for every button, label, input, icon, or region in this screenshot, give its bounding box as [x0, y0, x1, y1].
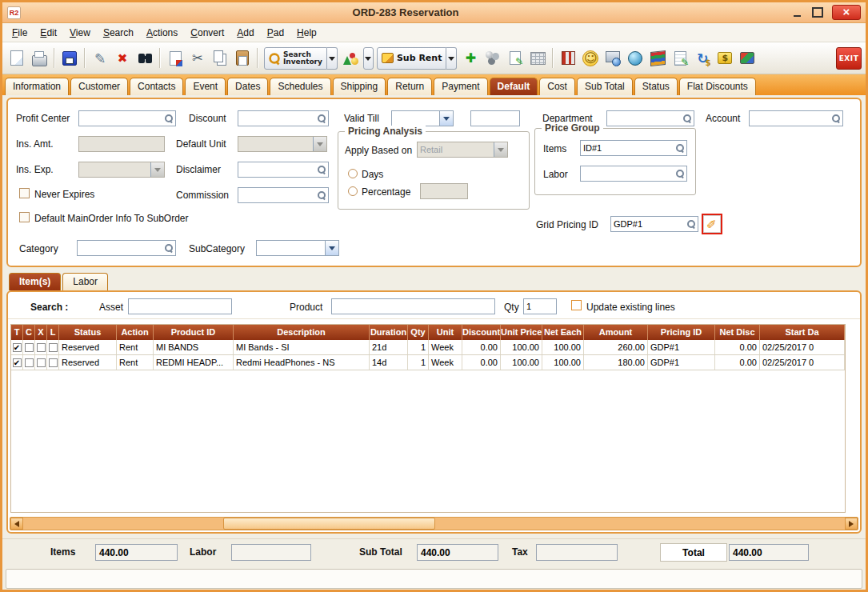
- note-edit-icon[interactable]: [505, 48, 526, 69]
- minimize-button[interactable]: [790, 6, 803, 19]
- grid-pricing-search-icon[interactable]: [685, 217, 698, 231]
- update-existing-lines-checkbox[interactable]: [571, 300, 582, 310]
- row-checkbox-t[interactable]: ✔: [11, 340, 23, 354]
- category-input[interactable]: [78, 241, 162, 255]
- column-header-action[interactable]: Action: [117, 325, 154, 340]
- tab-sub-total[interactable]: Sub Total: [577, 78, 633, 95]
- discount-input[interactable]: [238, 111, 315, 126]
- tab-event[interactable]: Event: [185, 78, 226, 95]
- tab-cost[interactable]: Cost: [539, 78, 575, 95]
- price-group-labor-search-icon[interactable]: [674, 166, 686, 181]
- row-checkbox-l[interactable]: [47, 340, 59, 354]
- horizontal-scrollbar[interactable]: [10, 517, 858, 530]
- scroll-track[interactable]: [23, 518, 845, 530]
- print-icon[interactable]: [29, 48, 50, 69]
- tab-dates[interactable]: Dates: [227, 78, 268, 95]
- valid-till-dropdown-icon[interactable]: [439, 111, 453, 126]
- shapes-dropdown-icon[interactable]: [363, 47, 374, 70]
- spheres-icon[interactable]: [482, 48, 503, 69]
- price-group-items-input[interactable]: [581, 141, 674, 155]
- valid-till-combo[interactable]: [391, 110, 454, 126]
- schedule-icon[interactable]: [602, 48, 623, 69]
- scroll-thumb[interactable]: [223, 518, 435, 530]
- form-edit-icon[interactable]: [670, 48, 690, 69]
- qty-input[interactable]: [523, 298, 557, 314]
- menu-actions[interactable]: Actions: [140, 25, 184, 41]
- binoculars-icon[interactable]: [134, 48, 155, 69]
- tab-status[interactable]: Status: [634, 78, 678, 95]
- money-icon[interactable]: [714, 48, 735, 69]
- row-checkbox-c[interactable]: [23, 355, 35, 370]
- column-header-unit[interactable]: Unit: [429, 325, 462, 340]
- tab-payment[interactable]: Payment: [434, 78, 487, 95]
- category-search-icon[interactable]: [162, 241, 175, 255]
- discount-search-icon[interactable]: [315, 111, 328, 126]
- search-inventory-button[interactable]: Search Inventory: [264, 47, 327, 70]
- books-icon[interactable]: [647, 48, 668, 69]
- percentage-radio[interactable]: [348, 186, 358, 196]
- exit-button[interactable]: EXIT: [836, 47, 862, 70]
- column-header-net-disc[interactable]: Net Disc: [715, 325, 760, 340]
- sub-rent-button[interactable]: Sub Rent: [377, 47, 446, 70]
- new-icon[interactable]: [6, 48, 27, 69]
- menu-search[interactable]: Search: [97, 25, 140, 41]
- tab-contacts[interactable]: Contacts: [130, 78, 183, 95]
- column-header-x[interactable]: X: [35, 325, 47, 340]
- column-header-status[interactable]: Status: [59, 325, 117, 340]
- grid-pricing-input[interactable]: [611, 217, 685, 231]
- row-checkbox-x[interactable]: [35, 340, 47, 354]
- tab-shipping[interactable]: Shipping: [333, 78, 386, 95]
- column-header-start-date[interactable]: Start Da: [760, 325, 845, 340]
- product-input[interactable]: [331, 298, 495, 314]
- scroll-left-arrow-icon[interactable]: [10, 518, 23, 530]
- tab-schedules[interactable]: Schedules: [270, 78, 330, 95]
- report-icon[interactable]: [558, 48, 578, 69]
- department-input[interactable]: [607, 111, 681, 126]
- scroll-right-arrow-icon[interactable]: [845, 518, 858, 530]
- delete-icon[interactable]: [112, 48, 133, 69]
- title-bar[interactable]: R2 ORD-283 Reservation: [2, 2, 866, 23]
- grid-pricing-edit-icon[interactable]: ✎: [703, 215, 721, 233]
- globe-icon[interactable]: [625, 48, 646, 69]
- column-header-qty[interactable]: Qty: [408, 325, 429, 340]
- valid-till-date-input[interactable]: [471, 111, 519, 126]
- copy-icon[interactable]: [210, 48, 230, 69]
- row-checkbox-l[interactable]: [47, 355, 59, 370]
- column-header-pricing-id[interactable]: Pricing ID: [648, 325, 715, 340]
- grid-icon[interactable]: [527, 48, 548, 69]
- smiley-icon[interactable]: [580, 48, 601, 69]
- column-header-net-each[interactable]: Net Each: [542, 325, 584, 340]
- menu-view[interactable]: View: [63, 25, 97, 41]
- profit-center-input[interactable]: [79, 111, 162, 126]
- column-header-duration[interactable]: Duration: [370, 325, 408, 340]
- preview-icon[interactable]: [165, 48, 186, 69]
- close-button[interactable]: [832, 5, 861, 20]
- never-expires-checkbox[interactable]: [19, 188, 30, 198]
- menu-add[interactable]: Add: [230, 25, 260, 41]
- days-radio[interactable]: [348, 169, 358, 178]
- column-header-product-id[interactable]: Product ID: [154, 325, 234, 340]
- commission-search-icon[interactable]: [315, 188, 328, 202]
- tab-default[interactable]: Default: [490, 78, 538, 95]
- table-row[interactable]: ✔ReservedRentREDMI HEADP...Redmi HeadPho…: [11, 355, 845, 370]
- items-tab-item-s[interactable]: Item(s): [9, 273, 61, 290]
- shapes-icon[interactable]: [341, 48, 362, 69]
- paste-icon[interactable]: [232, 48, 253, 69]
- cut-icon[interactable]: [187, 48, 208, 69]
- column-header-discount[interactable]: Discount: [462, 325, 501, 340]
- menu-edit[interactable]: Edit: [34, 25, 63, 41]
- profit-center-search-icon[interactable]: [162, 111, 175, 126]
- column-header-amount[interactable]: Amount: [584, 325, 648, 340]
- account-input[interactable]: [750, 111, 830, 126]
- tab-customer[interactable]: Customer: [70, 78, 128, 95]
- default-mainorder-checkbox[interactable]: [19, 212, 30, 222]
- subcategory-combo[interactable]: [256, 240, 339, 256]
- items-tab-labor[interactable]: Labor: [62, 273, 108, 290]
- column-header-unit-price[interactable]: Unit Price: [501, 325, 542, 340]
- subcategory-dropdown-icon[interactable]: [325, 241, 338, 255]
- department-search-icon[interactable]: [681, 111, 694, 126]
- asset-input[interactable]: [128, 298, 232, 314]
- tab-flat-discounts[interactable]: Flat Discounts: [679, 78, 756, 95]
- maximize-button[interactable]: [811, 6, 824, 19]
- price-group-labor-input[interactable]: [581, 166, 674, 181]
